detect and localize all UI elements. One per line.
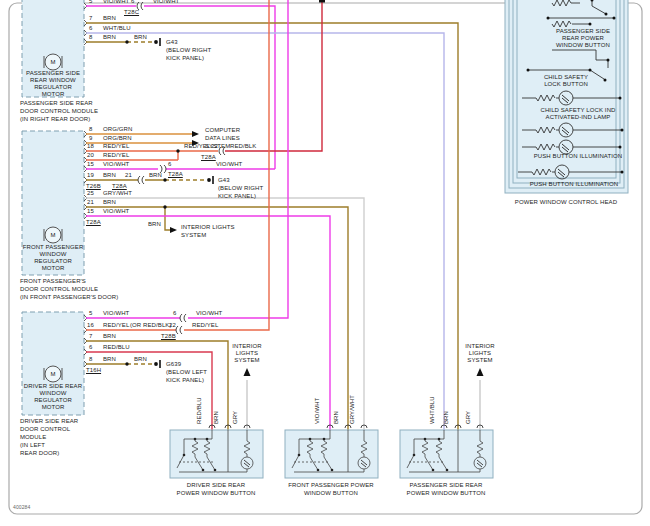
wire-wht-blu (86, 33, 444, 430)
wire-pin: 22 (211, 143, 218, 150)
system-arrow-icon (192, 131, 199, 137)
module-caption: PASSENGER SIDE REAR (20, 100, 93, 107)
interior-lights-up-arrow-icon (477, 368, 484, 376)
module-caption: (IN LEFT (20, 442, 45, 449)
system-label: LIGHTS (469, 350, 491, 357)
control-head-label: CHILD SAFETY LOCK IND (540, 107, 615, 114)
wire-color-label: RED/YEL (103, 143, 129, 150)
button-caption: POWER WINDOW BUTTON (407, 490, 486, 497)
module-caption: DOOR CONTROL (20, 426, 70, 433)
connector-label: T28A (112, 183, 127, 190)
motor-letter: M (50, 59, 55, 66)
ground-location: KICK PANEL) (218, 193, 256, 200)
wire-pin: 25 (87, 190, 94, 197)
wire-color-alt-label: (OR RED/BLK) (130, 322, 172, 329)
wire-color-label: BRN (103, 34, 116, 41)
motor-label: MOTOR (42, 404, 65, 411)
motor-label: FRONT PASSENGER (23, 244, 84, 251)
connector-label: T28B (161, 333, 176, 340)
wire-color-label: BRN (103, 172, 116, 179)
connector-label: T28C (124, 9, 139, 16)
wire-color-label: RED/YEL (103, 152, 129, 159)
wire-pin: 5 (89, 0, 92, 5)
ground-location: (BELOW LEFT (166, 369, 207, 376)
wire-pin: 22 (169, 322, 176, 329)
interior-lights-arrow-icon (170, 227, 177, 233)
motor-label: REGULATOR (34, 258, 72, 265)
motor-letter: M (50, 371, 55, 378)
wire-pin: 15 (87, 161, 94, 168)
wire-color-label: VIO/WHT (153, 0, 179, 5)
ground-location: (BELOW RIGHT (166, 47, 211, 54)
wire-pin: 20 (87, 152, 94, 159)
wire-pin: 8 (89, 126, 92, 133)
wire-color-label: BRN (134, 356, 147, 363)
wire-color-label: RED/BLU (103, 344, 130, 351)
motor-label: REGULATOR (34, 397, 72, 404)
module-caption: FRONT PASSENGER'S (20, 278, 86, 285)
wire-color-label: GRY (232, 411, 239, 424)
module-caption: REAR DOOR) (20, 450, 59, 457)
control-head-caption: POWER WINDOW CONTROL HEAD (515, 199, 617, 206)
ground-location: KICK PANEL) (166, 377, 204, 384)
button-caption: FRONT PASSENGER POWER (288, 482, 374, 489)
control-head-label: PUSH BUTTON ILLUMINATION (534, 153, 623, 160)
wire-color-label: RED/BLU (196, 397, 203, 424)
wire-color-label: BRN (149, 172, 162, 179)
control-head-label: CHILD SAFETY (544, 74, 588, 81)
system-label: INTERIOR (465, 343, 494, 350)
wire-pin: 6 (131, 0, 134, 5)
wire-color-label: BRN (103, 356, 116, 363)
wire-color-label: BRN (103, 199, 116, 206)
wire-pin: 21 (125, 172, 132, 179)
system-label: INTERIOR (232, 343, 261, 350)
wire-pin: 6 (89, 344, 92, 351)
wire-color-label: RED/YEL (184, 143, 210, 150)
connector-label: T28A (168, 171, 183, 178)
wire-color-label: GRY (465, 411, 472, 424)
module-caption: MODULE (20, 434, 46, 441)
wire-pin: 19 (87, 172, 94, 179)
wire-color-label: BRN (148, 221, 161, 228)
system-label: COMPUTER (205, 127, 240, 134)
button-pin-arcs (209, 425, 483, 428)
motor-label: REGULATOR (34, 84, 72, 91)
control-head-label: LOCK BUTTON (544, 81, 588, 88)
wire-color-label: RED/YEL (192, 322, 218, 329)
diagram-number: 400284 (13, 504, 30, 511)
wire-color-label: VIO/WHT (216, 161, 242, 168)
control-head-label: PASSENGER SIDE (556, 28, 610, 35)
ground-location: (BELOW RIGHT (218, 185, 263, 192)
wire-color-label: BRN (213, 411, 220, 424)
system-label: SYSTEM (467, 357, 492, 364)
motor-label: MOTOR (42, 265, 65, 272)
wire-pin: 21 (87, 199, 94, 206)
wire-pin: 7 (89, 333, 92, 340)
button-caption: POWER WINDOW BUTTON (177, 490, 256, 497)
wire-pin: 6 (173, 310, 176, 317)
wire-pin: 6 (89, 25, 92, 32)
wire-color-label: BRN (103, 333, 116, 340)
wire-color-label: VIO/WHT (103, 208, 129, 215)
wire-color-label: ORG/GRN (103, 126, 132, 133)
wire-color-label: BRN (443, 411, 450, 424)
connector-label: T28A (86, 219, 101, 226)
wire-color-label: BRN (333, 411, 340, 424)
connector-label: T28A (201, 154, 216, 161)
module-caption: (IN RIGHT REAR DOOR) (20, 116, 90, 123)
wire-pin: 15 (87, 208, 94, 215)
wire-color-label: WHT/BLU (103, 25, 131, 32)
wire-color-label: RED/YEL (103, 322, 129, 329)
button-caption: WINDOW BUTTON (304, 490, 358, 497)
ground-label: G43 (218, 177, 230, 184)
ground-label: G43 (166, 39, 178, 46)
motor-label: WINDOW (40, 251, 67, 258)
wire-pin: 8 (89, 356, 92, 363)
wire-color-label: VIO/WHT (103, 0, 129, 5)
wire-color-label: VIO/WHT (314, 398, 321, 424)
wire-pin: 8 (89, 34, 92, 41)
ground-location: KICK PANEL) (166, 55, 204, 62)
wire-color-label: RED/BLK (230, 143, 256, 150)
motor-label: DRIVER SIDE REAR (24, 383, 82, 390)
module-caption: (IN FRONT PASSENGER'S DOOR) (20, 294, 118, 301)
